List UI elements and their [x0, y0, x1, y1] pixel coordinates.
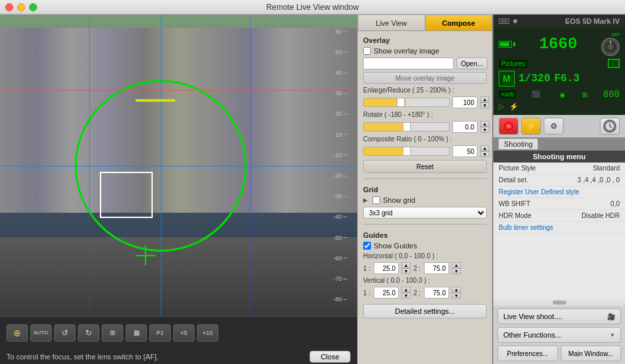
enlarge-slider[interactable] [363, 98, 450, 107]
composite-value-input[interactable] [452, 145, 478, 157]
grid-arrow-icon: ▶ [363, 197, 370, 203]
svg-text:⬛: ⬛ [532, 90, 540, 98]
rotate-up-btn[interactable]: ▲ [480, 121, 489, 127]
grid-view-btn[interactable]: ⊞ [102, 324, 123, 342]
enlarge-down-btn[interactable]: ▼ [480, 102, 489, 108]
scale-mark-n40: -40 [333, 213, 342, 220]
enlarge-up-btn[interactable]: ▲ [480, 96, 489, 102]
h2-down-btn[interactable]: ▼ [452, 268, 461, 274]
divider-2 [363, 224, 487, 225]
grid-style-select[interactable]: 3x3 grid 6x4 grid Custom grid [363, 207, 487, 219]
x10-btn[interactable]: ×10 [197, 324, 218, 342]
composite-up-btn[interactable]: ▲ [480, 145, 489, 151]
flash-icon: ⚡ [526, 121, 537, 131]
picture-style-value: Standard [593, 164, 620, 172]
status-text: To control the focus, set the lens switc… [7, 353, 159, 361]
left-panel: 60 50 40 30 20 10 -10 -20 -30 -40 -50 -6… [0, 15, 357, 364]
close-window-btn[interactable] [5, 3, 13, 11]
other-functions-button[interactable]: Other Functions... ▼ [497, 327, 621, 343]
menu-item-bulb[interactable]: Bulb timer settings [493, 222, 625, 234]
scale-mark-20: 20 [335, 110, 342, 117]
v1-down-btn[interactable]: ▼ [401, 293, 411, 299]
scale-mark-n20: -20 [333, 172, 342, 179]
bulb-timer-label[interactable]: Bulb timer settings [499, 224, 553, 231]
enlarge-value-input[interactable] [452, 96, 478, 108]
scale-mark-50: 50 [335, 49, 342, 55]
menu-item-register-style[interactable]: Register User Defined style [493, 186, 625, 198]
v2-value-input[interactable] [424, 287, 449, 299]
x5-btn[interactable]: ×5 [173, 324, 194, 342]
composite-down-btn[interactable]: ▼ [480, 151, 489, 157]
settings-btn[interactable]: ⚙ [544, 118, 563, 135]
shooting-tab[interactable]: Shooting [499, 139, 538, 149]
awb-icon: AWB [499, 91, 516, 98]
h1-down-btn[interactable]: ▼ [401, 268, 411, 274]
open-file-button[interactable]: Open... [456, 57, 487, 69]
rotate-down-btn[interactable]: ▼ [480, 127, 489, 133]
main-window-button[interactable]: Main Window... [561, 346, 622, 361]
overlay-btn[interactable]: ▦ [126, 324, 147, 342]
show-overlay-label: Show overlay image [374, 47, 439, 55]
focus-icon-btn[interactable]: ⊕ [7, 324, 28, 342]
h2-value-input[interactable] [424, 262, 449, 274]
v2-up-btn[interactable]: ▲ [452, 287, 461, 293]
shooting-menu-header: Shooting menu [493, 151, 625, 163]
grid-style-row: 3x3 grid 6x4 grid Custom grid [363, 207, 487, 219]
flash-btn[interactable]: ⚡ [521, 118, 541, 135]
rotate-ccw-btn[interactable]: ↺ [54, 324, 75, 342]
preferences-button[interactable]: Preferences... [497, 346, 558, 361]
composite-stepper: ▲ ▼ [480, 145, 489, 157]
move-overlay-button[interactable]: Move overlay image [363, 72, 487, 84]
reset-button[interactable]: Reset [363, 160, 487, 173]
composite-slider-row: ▲ ▼ [363, 145, 487, 157]
maximize-window-btn[interactable] [29, 3, 37, 11]
rotate-value-input[interactable] [452, 121, 478, 133]
wb-shift-label: WB SHIFT [499, 200, 530, 207]
v2-down-btn[interactable]: ▼ [452, 293, 461, 299]
separator-handle[interactable] [553, 301, 566, 305]
register-style-label[interactable]: Register User Defined style [499, 188, 579, 196]
bottom-toolbar: ⊕ AUTO ↺ ↻ ⊞ ▦ P1 [0, 316, 357, 348]
right-panel: EOS 5D Mark IV 1660 MP [493, 15, 625, 364]
clock-icon [603, 120, 616, 133]
m-mode-indicator: M [499, 71, 515, 87]
rotate-slider[interactable] [363, 122, 450, 131]
live-view-shoot-button[interactable]: Live View shoot.... 🎥 [497, 309, 621, 324]
h2-up-btn[interactable]: ▲ [452, 262, 461, 268]
close-button[interactable]: Close [310, 351, 351, 363]
detailed-settings-button[interactable]: Detailed settings... [363, 304, 487, 318]
guides-section-label: Guides [363, 231, 487, 239]
drive-mode-icon: ▷ [499, 102, 504, 111]
tab-live-view[interactable]: Live View [358, 15, 425, 30]
guide-vertical-2 [250, 15, 251, 316]
overlay-file-row: Open... [363, 57, 487, 69]
v1-up-btn[interactable]: ▲ [401, 287, 411, 293]
minimize-window-btn[interactable] [17, 3, 25, 11]
other-functions-row: Other Functions... ▼ [497, 327, 621, 343]
compose-content: Overlay Show overlay image Open... Move … [358, 31, 492, 322]
overlay-section-label: Overlay [363, 36, 487, 44]
green-cross-vertical [145, 246, 146, 266]
window-controls[interactable] [5, 3, 37, 11]
v1-value-input[interactable] [374, 287, 399, 299]
show-guides-checkbox[interactable] [363, 242, 371, 250]
show-overlay-checkbox[interactable] [363, 47, 371, 55]
h1-up-btn[interactable]: ▲ [401, 262, 411, 268]
auto-btn[interactable]: AUTO [30, 324, 52, 342]
timer-btn[interactable] [600, 118, 620, 135]
scale-mark-n70: -70 [333, 275, 342, 282]
v-guide-row: 1 : ▲ ▼ 2 : ▲ ▼ [363, 287, 487, 299]
other-functions-label: Other Functions... [503, 331, 561, 339]
tab-compose[interactable]: Compose [425, 15, 493, 30]
rotate-cw-btn[interactable]: ↻ [78, 324, 99, 342]
h1-value-input[interactable] [374, 262, 399, 274]
v1-stepper: ▲ ▼ [401, 287, 411, 299]
camera-view: 60 50 40 30 20 10 -10 -20 -30 -40 -50 -6… [0, 15, 357, 316]
h1-stepper: ▲ ▼ [401, 262, 411, 274]
crosshair-horizontal [0, 166, 357, 166]
show-grid-checkbox[interactable] [372, 196, 380, 204]
live-view-btn[interactable] [499, 118, 519, 135]
p1-btn[interactable]: P1 [149, 324, 171, 342]
composite-slider[interactable] [363, 147, 450, 156]
overlay-file-input[interactable] [363, 57, 454, 69]
